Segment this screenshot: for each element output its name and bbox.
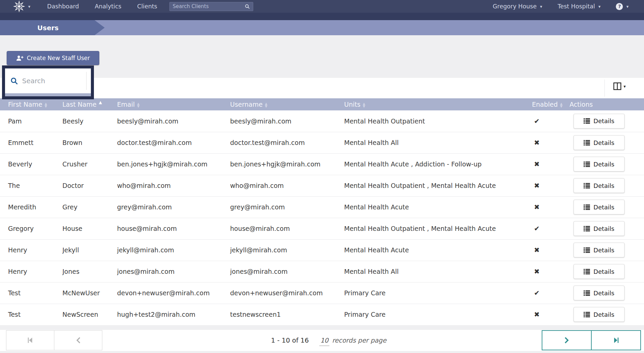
table-row: Henry Jekyll jekyll@mirah.com jekyll@mir… — [0, 239, 644, 261]
table-row: Meredith Grey grey@mirah.com grey@mirah.… — [0, 196, 644, 218]
sort-icon — [363, 102, 365, 108]
column-header-label: Last Name — [62, 101, 97, 108]
user-plus-icon — [16, 55, 23, 61]
cell-units: Mental Health All — [344, 261, 532, 282]
cell-last-name: Beesly — [62, 110, 117, 132]
chevron-right-icon — [565, 337, 569, 344]
records-per-page-label: records per page — [332, 337, 386, 344]
column-header[interactable]: Units — [344, 98, 532, 110]
list-icon — [584, 161, 590, 167]
cell-first-name: Gregory — [0, 218, 62, 239]
create-button-label: Create New Staff User — [27, 55, 90, 61]
column-header[interactable]: Enabled — [532, 98, 570, 110]
first-page-button[interactable] — [6, 330, 54, 350]
cell-units: Mental Health Acute — [344, 196, 532, 218]
details-button-label: Details — [593, 290, 614, 297]
cell-last-name: Doctor — [62, 175, 117, 196]
help-icon: ? — [616, 3, 623, 10]
navbar: ▾ Dashboard Analytics Clients Gregory Ho… — [0, 0, 644, 13]
caret-down-icon: ▾ — [598, 4, 601, 9]
details-button[interactable]: Details — [574, 286, 625, 300]
users-table: First Name Last Name Email Username Unit… — [0, 98, 644, 325]
organization-menu-label: Test Hospital — [558, 3, 595, 10]
cell-last-name: Jekyll — [62, 239, 117, 261]
details-button-label: Details — [593, 311, 614, 318]
list-icon — [584, 312, 590, 317]
create-new-staff-user-button[interactable]: Create New Staff User — [7, 51, 99, 65]
nav-item-analytics[interactable]: Analytics — [95, 3, 121, 10]
user-menu[interactable]: Gregory House ▾ — [493, 3, 542, 10]
help-menu[interactable]: ? ▾ — [616, 3, 629, 10]
column-header[interactable]: Username — [230, 98, 344, 110]
list-icon — [584, 226, 590, 232]
organization-menu[interactable]: Test Hospital ▾ — [558, 3, 601, 10]
previous-page-button[interactable] — [54, 330, 102, 350]
pagination-bar: 1 - 10 of 16 10records per page — [0, 330, 644, 351]
enabled-status-icon: ✖ — [532, 160, 540, 168]
details-button-label: Details — [593, 117, 614, 124]
enabled-status-icon: ✖ — [532, 203, 540, 211]
column-header[interactable]: First Name — [0, 98, 62, 110]
table-row: Test NewScreen hugh+test2@mirah.com test… — [0, 304, 644, 325]
column-header-label: Email — [117, 101, 135, 108]
nav-item-dashboard[interactable]: Dashboard — [47, 3, 79, 10]
cell-first-name: Beverly — [0, 153, 62, 175]
list-icon — [584, 290, 590, 296]
list-icon — [584, 269, 590, 274]
app-logo-menu[interactable]: ▾ — [13, 0, 31, 13]
cell-units: Mental Health Acute , Addiction - Follow… — [344, 153, 532, 175]
details-button-label: Details — [593, 161, 614, 168]
details-button[interactable]: Details — [574, 178, 625, 193]
staff-search-input[interactable] — [22, 77, 84, 85]
table-row: Henry Jones jones@mirah.com jones@mirah.… — [0, 261, 644, 282]
breadcrumb-users[interactable]: Users — [0, 20, 105, 35]
details-button[interactable]: Details — [574, 307, 625, 322]
column-header-label: Units — [344, 101, 361, 108]
cell-units: Mental Health All — [344, 132, 532, 153]
cell-units: Mental Health Acute — [344, 239, 532, 261]
sort-icon — [99, 101, 102, 104]
next-page-button[interactable] — [542, 330, 592, 350]
details-button-label: Details — [593, 268, 614, 275]
details-button-label: Details — [593, 182, 614, 189]
nav-item-clients[interactable]: Clients — [137, 3, 157, 10]
client-search-input[interactable] — [170, 3, 245, 9]
cell-units: Mental Health Outpatient — [344, 110, 532, 132]
cell-username: house@mirah.com — [230, 218, 344, 239]
cell-username: testnewscreen1 — [230, 304, 344, 325]
cell-email: grey@mirah.com — [117, 196, 230, 218]
staff-search-field — [5, 68, 91, 93]
enabled-status-icon: ✔ — [532, 224, 540, 233]
cell-email: house@mirah.com — [117, 218, 230, 239]
navbar-bottom-strip — [0, 13, 644, 20]
column-header[interactable]: Last Name — [62, 98, 117, 110]
details-button-label: Details — [593, 247, 614, 254]
caret-down-icon: ▾ — [624, 84, 626, 89]
details-button[interactable]: Details — [574, 221, 625, 236]
table-toolbar: ▾ — [0, 78, 644, 98]
column-header[interactable]: Email — [117, 98, 230, 110]
caret-down-icon: ▾ — [626, 4, 629, 9]
records-per-page-value[interactable]: 10 — [319, 337, 329, 346]
last-page-button[interactable] — [591, 330, 641, 350]
last-page-icon — [613, 337, 619, 343]
column-header[interactable]: Actions — [570, 98, 644, 110]
cell-email: ben.jones+hgjk@mirah.com — [117, 153, 230, 175]
details-button[interactable]: Details — [574, 135, 625, 150]
table-row: Test McNewUser devon+newuser@mirah.com d… — [0, 282, 644, 304]
cell-username: ben.jones+hgjk@mirah.com — [230, 153, 344, 175]
sort-icon — [265, 102, 267, 108]
staff-search-focus-box — [2, 65, 94, 99]
cell-last-name: Brown — [62, 132, 117, 153]
details-button[interactable]: Details — [574, 157, 625, 171]
details-button[interactable]: Details — [574, 200, 625, 214]
toolbar-divider — [604, 80, 605, 97]
column-visibility-button[interactable]: ▾ — [613, 82, 626, 90]
details-button[interactable]: Details — [574, 114, 625, 129]
details-button[interactable]: Details — [574, 243, 625, 257]
enabled-status-icon: ✖ — [532, 310, 540, 318]
details-button[interactable]: Details — [574, 264, 625, 279]
column-header-label: First Name — [8, 101, 42, 108]
cell-last-name: NewScreen — [62, 304, 117, 325]
cell-last-name: Grey — [62, 196, 117, 218]
